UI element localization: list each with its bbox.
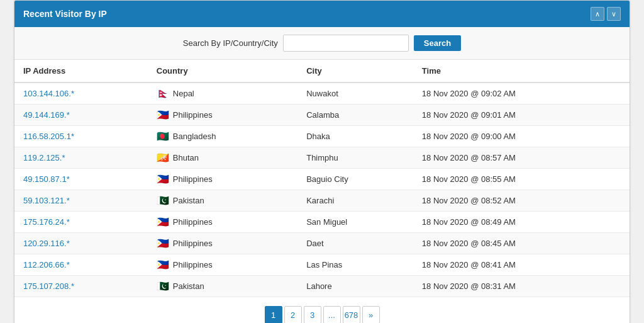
ip-link[interactable]: 112.206.66.*: [23, 260, 70, 269]
country-name: Bangladesh: [173, 132, 216, 141]
cell-country: 🇵🇭 Philippines: [148, 169, 297, 190]
ip-link[interactable]: 59.103.121.*: [23, 196, 70, 205]
cell-country: 🇵🇭 Philippines: [148, 254, 297, 276]
pagination-next[interactable]: »: [362, 306, 380, 323]
pagination-page-2[interactable]: 2: [284, 306, 302, 323]
cell-time: 18 Nov 2020 @ 09:00 AM: [413, 126, 630, 147]
header-controls: ∧ ∨: [591, 7, 621, 21]
table-row: 59.103.121.* 🇵🇰 Pakistan Karachi 18 Nov …: [14, 190, 630, 212]
ip-link[interactable]: 175.107.208.*: [23, 281, 74, 291]
cell-ip: 112.206.66.*: [14, 254, 148, 276]
cell-time: 18 Nov 2020 @ 08:41 AM: [413, 254, 630, 276]
cell-city: Daet: [297, 233, 413, 254]
flag-icon: 🇵🇭: [157, 111, 169, 120]
widget-title: Recent Visitor By IP: [23, 9, 107, 19]
cell-ip: 103.144.106.*: [14, 82, 148, 105]
expand-button[interactable]: ∨: [607, 7, 621, 21]
table-row: 49.144.169.* 🇵🇭 Philippines Calamba 18 N…: [14, 105, 630, 126]
flag-icon: 🇵🇰: [157, 196, 169, 205]
cell-country: 🇵🇭 Philippines: [148, 212, 297, 233]
col-header-country: Country: [148, 60, 297, 82]
cell-country: 🇳🇵 Nepal: [148, 82, 297, 105]
pagination: 123...678»: [14, 297, 630, 323]
table-row: 120.29.116.* 🇵🇭 Philippines Daet 18 Nov …: [14, 233, 630, 254]
cell-ip: 175.176.24.*: [14, 212, 148, 233]
ip-link[interactable]: 116.58.205.1*: [23, 132, 74, 141]
country-name: Pakistan: [173, 196, 204, 205]
table-row: 119.2.125.* 🇧🇹 Bhutan Thimphu 18 Nov 202…: [14, 147, 630, 169]
cell-ip: 49.144.169.*: [14, 105, 148, 126]
search-label: Search By IP/Country/City: [183, 38, 278, 48]
cell-ip: 175.107.208.*: [14, 276, 148, 297]
cell-city: Lahore: [297, 276, 413, 297]
table-row: 175.176.24.* 🇵🇭 Philippines San Miguel 1…: [14, 212, 630, 233]
country-name: Philippines: [173, 174, 213, 184]
cell-time: 18 Nov 2020 @ 08:57 AM: [413, 147, 630, 169]
cell-country: 🇵🇰 Pakistan: [148, 276, 297, 297]
ip-link[interactable]: 103.144.106.*: [23, 89, 74, 98]
widget-header: Recent Visitor By IP ∧ ∨: [14, 1, 630, 27]
cell-country: 🇵🇭 Philippines: [148, 105, 297, 126]
ip-link[interactable]: 49.144.169.*: [23, 110, 70, 120]
cell-time: 18 Nov 2020 @ 09:02 AM: [413, 82, 630, 105]
cell-city: Las Pinas: [297, 254, 413, 276]
cell-country: 🇵🇭 Philippines: [148, 233, 297, 254]
cell-time: 18 Nov 2020 @ 08:45 AM: [413, 233, 630, 254]
ip-link[interactable]: 120.29.116.*: [23, 239, 70, 248]
flag-icon: 🇳🇵: [157, 89, 169, 98]
cell-city: Dhaka: [297, 126, 413, 147]
country-name: Philippines: [173, 110, 213, 120]
visitors-table: IP Address Country City Time 103.144.106…: [14, 60, 630, 297]
cell-country: 🇧🇩 Bangladesh: [148, 126, 297, 147]
flag-icon: 🇵🇰: [157, 282, 169, 291]
recent-visitor-widget: Recent Visitor By IP ∧ ∨ Search By IP/Co…: [14, 0, 630, 323]
ip-link[interactable]: 175.176.24.*: [23, 217, 70, 227]
cell-ip: 116.58.205.1*: [14, 126, 148, 147]
table-row: 116.58.205.1* 🇧🇩 Bangladesh Dhaka 18 Nov…: [14, 126, 630, 147]
cell-city: Baguio City: [297, 169, 413, 190]
table-row: 175.107.208.* 🇵🇰 Pakistan Lahore 18 Nov …: [14, 276, 630, 297]
table-row: 103.144.106.* 🇳🇵 Nepal Nuwakot 18 Nov 20…: [14, 82, 630, 105]
collapse-button[interactable]: ∧: [591, 7, 604, 21]
country-name: Philippines: [173, 239, 213, 248]
cell-time: 18 Nov 2020 @ 08:31 AM: [413, 276, 630, 297]
cell-time: 18 Nov 2020 @ 08:55 AM: [413, 169, 630, 190]
country-name: Nepal: [173, 89, 194, 98]
cell-city: San Miguel: [297, 212, 413, 233]
cell-time: 18 Nov 2020 @ 09:01 AM: [413, 105, 630, 126]
search-bar: Search By IP/Country/City Search: [14, 27, 630, 60]
pagination-ellipsis: ...: [323, 306, 341, 323]
table-header: IP Address Country City Time: [14, 60, 630, 82]
col-header-time: Time: [413, 60, 630, 82]
flag-icon: 🇵🇭: [157, 218, 169, 227]
flag-icon: 🇧🇩: [157, 132, 169, 141]
cell-city: Karachi: [297, 190, 413, 212]
cell-ip: 120.29.116.*: [14, 233, 148, 254]
cell-ip: 59.103.121.*: [14, 190, 148, 212]
country-name: Bhutan: [173, 153, 199, 162]
country-name: Pakistan: [173, 281, 204, 291]
flag-icon: 🇵🇭: [157, 175, 169, 184]
table-body: 103.144.106.* 🇳🇵 Nepal Nuwakot 18 Nov 20…: [14, 82, 630, 297]
cell-city: Calamba: [297, 105, 413, 126]
col-header-city: City: [297, 60, 413, 82]
flag-icon: 🇵🇭: [157, 239, 169, 248]
country-name: Philippines: [173, 217, 213, 227]
pagination-page-1[interactable]: 1: [265, 306, 282, 323]
cell-city: Thimphu: [297, 147, 413, 169]
search-input[interactable]: [283, 35, 409, 52]
table-row: 49.150.87.1* 🇵🇭 Philippines Baguio City …: [14, 169, 630, 190]
ip-link[interactable]: 119.2.125.*: [23, 153, 65, 162]
col-header-ip: IP Address: [14, 60, 148, 82]
country-name: Philippines: [173, 260, 213, 269]
pagination-page-678[interactable]: 678: [343, 306, 360, 323]
cell-ip: 49.150.87.1*: [14, 169, 148, 190]
search-button[interactable]: Search: [414, 35, 461, 51]
flag-icon: 🇵🇭: [157, 261, 169, 269]
flag-icon: 🇧🇹: [157, 154, 169, 162]
cell-time: 18 Nov 2020 @ 08:52 AM: [413, 190, 630, 212]
pagination-page-3[interactable]: 3: [304, 306, 321, 323]
cell-ip: 119.2.125.*: [14, 147, 148, 169]
cell-country: 🇵🇰 Pakistan: [148, 190, 297, 212]
ip-link[interactable]: 49.150.87.1*: [23, 174, 70, 184]
